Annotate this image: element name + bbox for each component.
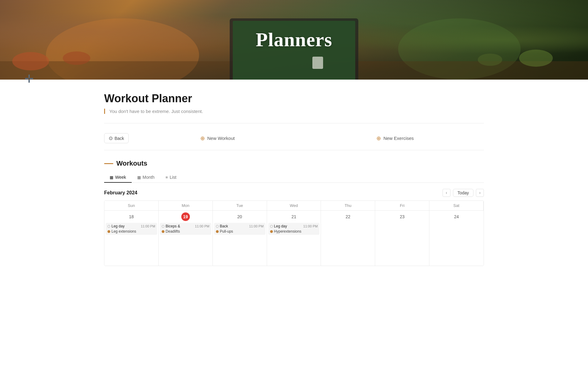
sub-event-18: Leg extensions <box>107 229 155 234</box>
event-dot-20 <box>216 225 219 228</box>
sub-event-21: Hyperextensions <box>270 229 318 234</box>
back-icon: ⊙ <box>109 135 113 141</box>
new-workout-icon: ⊕ <box>200 135 205 142</box>
sub-dot-20 <box>216 230 219 233</box>
section-dash <box>104 163 113 164</box>
toolbar: ⊙ Back ⊕ New Workout ⊕ New Exercises <box>104 129 484 147</box>
day-number-20: 20 <box>236 212 244 221</box>
back-label: Back <box>115 136 124 141</box>
tab-month-label: Month <box>143 175 155 180</box>
day-cell-18[interactable]: 18 Leg day 11:00 PM Leg extensions <box>104 211 159 266</box>
event-time-21: 11:00 PM <box>303 224 318 228</box>
new-workout-label[interactable]: New Workout <box>207 136 235 141</box>
day-header-sun: Sun <box>104 201 159 211</box>
divider-1 <box>104 123 484 123</box>
calendar-nav: ‹ Today › <box>443 189 484 197</box>
day-number-18: 18 <box>127 212 136 221</box>
day-cell-21[interactable]: 21 Leg day 11:00 PM Hyperextensions <box>267 211 321 266</box>
day-header-mon: Mon <box>159 201 213 211</box>
workouts-section-header: Workouts <box>104 159 484 167</box>
event-legday-18[interactable]: Leg day 11:00 PM Leg extensions <box>106 223 157 235</box>
hero-title: Planners <box>256 28 332 51</box>
sub-event-19: Deadlifts <box>162 229 209 234</box>
month-icon: ▦ <box>137 175 141 180</box>
new-exercises-icon: ⊕ <box>376 135 381 142</box>
cross-icon: ✛ <box>24 73 34 84</box>
event-name-19: Biceps & <box>162 224 180 228</box>
new-exercises-label[interactable]: New Exercises <box>383 136 414 141</box>
calendar-month: February 2024 <box>104 190 138 196</box>
sub-dot-21 <box>270 230 273 233</box>
page-subtitle: You don't have to be extreme. Just consi… <box>104 109 484 114</box>
tab-list-label: List <box>170 175 176 180</box>
main-content: Workout Planner You don't have to be ext… <box>80 80 508 278</box>
event-back-20[interactable]: Back 11:00 PM Pull-ups <box>214 223 266 235</box>
new-exercises-section: ⊕ New Exercises <box>306 135 484 142</box>
week-icon: ▦ <box>110 175 113 180</box>
new-workout-section: ⊕ New Workout <box>129 135 306 142</box>
sub-dot-18 <box>107 230 110 233</box>
event-dot-18 <box>107 225 110 228</box>
sub-dot-19 <box>162 230 164 233</box>
next-arrow[interactable]: › <box>476 189 484 197</box>
event-legday-21[interactable]: Leg day 11:00 PM Hyperextensions <box>268 223 320 235</box>
tab-month[interactable]: ▦ Month <box>132 172 160 183</box>
day-header-tue: Tue <box>213 201 267 211</box>
section-title: Workouts <box>116 159 147 167</box>
tab-list[interactable]: ≡ List <box>160 172 182 183</box>
prev-arrow[interactable]: ‹ <box>443 189 450 197</box>
day-header-wed: Wed <box>267 201 321 211</box>
day-cell-19[interactable]: 19 Biceps & 11:00 PM Deadlifts <box>159 211 213 266</box>
event-name-18: Leg day <box>107 224 125 228</box>
day-header-thu: Thu <box>321 201 375 211</box>
event-dot-21 <box>270 225 273 228</box>
day-cell-20[interactable]: 20 Back 11:00 PM Pull-ups <box>213 211 267 266</box>
today-button[interactable]: Today <box>453 189 473 197</box>
day-cell-24[interactable]: 24 <box>429 211 484 266</box>
tab-week-label: Week <box>115 175 126 180</box>
day-number-19: 19 <box>181 212 190 221</box>
back-section: ⊙ Back <box>104 133 129 143</box>
hero-banner: Planners <box>0 0 588 80</box>
back-button[interactable]: ⊙ Back <box>104 133 129 143</box>
day-cell-23[interactable]: 23 <box>375 211 429 266</box>
event-biceps-19[interactable]: Biceps & 11:00 PM Deadlifts <box>160 223 211 235</box>
calendar-header: February 2024 ‹ Today › <box>104 189 484 197</box>
event-time-19: 11:00 PM <box>195 224 209 228</box>
page-title-section: Workout Planner You don't have to be ext… <box>104 80 484 117</box>
event-name-21: Leg day <box>270 224 287 228</box>
week-grid: Sun Mon Tue Wed Thu Fri Sat 18 Leg day 1… <box>104 200 484 266</box>
event-time-20: 11:00 PM <box>249 224 263 228</box>
event-dot-19 <box>162 225 164 228</box>
divider-2 <box>104 150 484 150</box>
list-icon: ≡ <box>165 175 168 180</box>
day-number-21: 21 <box>289 212 298 221</box>
view-tabs: ▦ Week ▦ Month ≡ List <box>104 172 484 183</box>
page-title: Workout Planner <box>104 92 484 105</box>
event-name-20: Back <box>216 224 228 228</box>
event-time-18: 11:00 PM <box>141 224 155 228</box>
day-number-24: 24 <box>452 212 461 221</box>
tab-week[interactable]: ▦ Week <box>104 172 132 183</box>
day-number-23: 23 <box>398 212 406 221</box>
sub-event-20: Pull-ups <box>216 229 264 234</box>
day-cell-22[interactable]: 22 <box>321 211 375 266</box>
day-header-fri: Fri <box>375 201 429 211</box>
day-number-22: 22 <box>344 212 352 221</box>
day-header-sat: Sat <box>429 201 484 211</box>
